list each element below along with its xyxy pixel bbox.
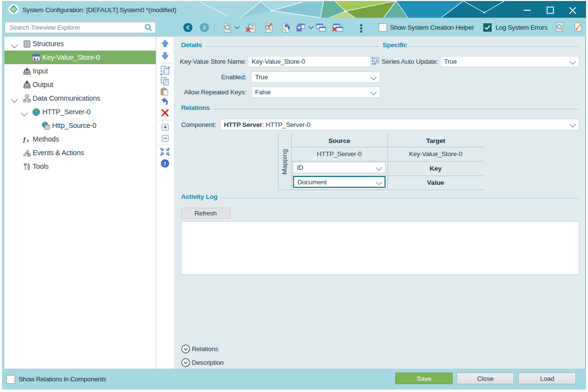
svg-text:3: 3 xyxy=(375,58,378,63)
svg-text:?: ? xyxy=(164,160,166,167)
